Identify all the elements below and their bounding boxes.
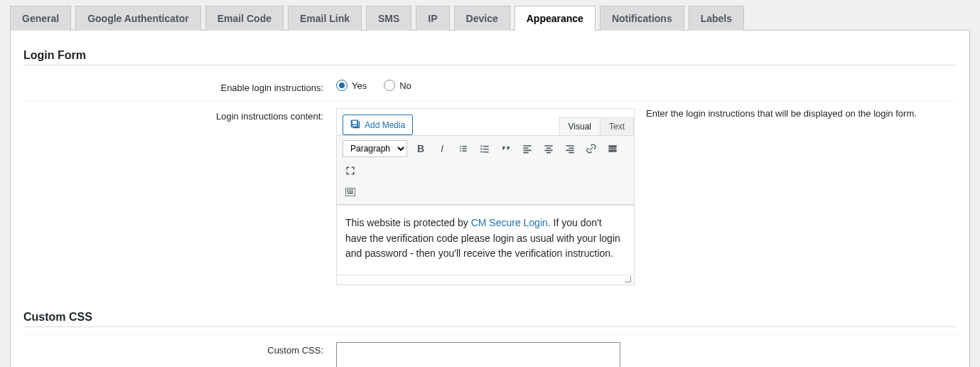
custom-css-label: Custom CSS:	[23, 342, 336, 356]
tab-sms[interactable]: SMS	[366, 6, 411, 31]
link-icon[interactable]	[583, 141, 599, 156]
row-enable-login-instructions: Enable login instructions: Yes No	[23, 73, 957, 100]
tab-email-link[interactable]: Email Link	[288, 6, 362, 31]
numbered-list-icon[interactable]	[477, 141, 492, 156]
read-more-icon[interactable]	[605, 141, 620, 156]
radio-yes-circle	[336, 80, 348, 91]
custom-css-heading: Custom CSS	[23, 311, 957, 327]
login-form-heading: Login Form	[23, 49, 957, 65]
row-login-instructions-content: Login instructions content: Add Media Vi…	[23, 100, 957, 292]
editor-tab-visual[interactable]: Visual	[559, 117, 601, 135]
tab-labels[interactable]: Labels	[689, 6, 744, 31]
bullet-list-icon[interactable]	[456, 141, 471, 156]
enable-login-instructions-label: Enable login instructions:	[23, 80, 336, 93]
wysiwyg-editor: Add Media Visual Text Paragraph B I	[336, 108, 635, 285]
radio-no-label: No	[399, 80, 411, 91]
tab-google-authenticator[interactable]: Google Authenticator	[75, 6, 201, 31]
editor-text-before: This website is protected by	[345, 217, 471, 228]
tab-device[interactable]: Device	[454, 6, 510, 31]
fullscreen-icon[interactable]	[343, 163, 358, 179]
login-instructions-content-label: Login instructions content:	[23, 108, 336, 122]
editor-link-cm-secure-login[interactable]: CM Secure Login	[471, 217, 548, 228]
settings-panel: Login Form Enable login instructions: Ye…	[10, 30, 970, 367]
tab-notifications[interactable]: Notifications	[600, 6, 684, 31]
add-media-button[interactable]: Add Media	[343, 115, 413, 135]
tab-ip[interactable]: IP	[416, 6, 449, 31]
radio-yes[interactable]: Yes	[336, 80, 367, 91]
enable-login-instructions-radios: Yes No	[336, 80, 411, 91]
tab-email-code[interactable]: Email Code	[205, 6, 284, 31]
align-center-icon[interactable]	[541, 141, 556, 156]
media-icon	[350, 119, 360, 131]
italic-icon[interactable]: I	[434, 141, 450, 156]
align-right-icon[interactable]	[562, 141, 578, 156]
settings-tabs: GeneralGoogle AuthenticatorEmail CodeEma…	[10, 6, 970, 31]
radio-no-circle	[384, 80, 395, 91]
format-select[interactable]: Paragraph	[343, 140, 407, 157]
toolbar-toggle-icon[interactable]	[343, 184, 358, 200]
add-media-label: Add Media	[365, 120, 405, 130]
editor-toolbar: Paragraph B I	[337, 135, 634, 205]
row-custom-css: Custom CSS:	[23, 334, 957, 367]
custom-css-textarea[interactable]	[336, 342, 620, 367]
radio-no[interactable]: No	[384, 80, 411, 91]
login-instructions-description: Enter the login instructions that will b…	[646, 108, 917, 119]
editor-tab-text[interactable]: Text	[600, 117, 634, 135]
bold-icon[interactable]: B	[413, 141, 429, 156]
radio-yes-label: Yes	[352, 80, 367, 91]
editor-content-area[interactable]: This website is protected by CM Secure L…	[337, 205, 634, 275]
tab-appearance[interactable]: Appearance	[515, 6, 596, 31]
align-left-icon[interactable]	[519, 141, 535, 156]
blockquote-icon[interactable]	[498, 141, 514, 156]
editor-mode-tabs: Visual Text	[560, 117, 634, 135]
tab-general[interactable]: General	[10, 6, 71, 31]
editor-resize-handle[interactable]	[337, 275, 634, 284]
